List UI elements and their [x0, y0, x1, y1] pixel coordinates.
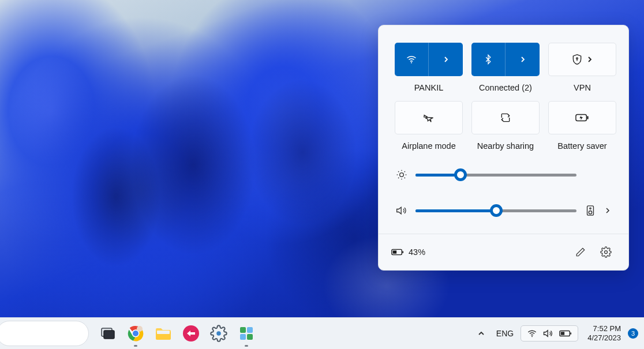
tile-airplane[interactable]	[395, 101, 463, 134]
notification-badge[interactable]: 3	[628, 328, 638, 339]
file-explorer-button[interactable]	[153, 324, 173, 343]
task-view-button[interactable]	[98, 324, 118, 343]
svg-point-1	[576, 58, 578, 59]
wifi-tray-icon	[527, 328, 537, 339]
svg-rect-20	[402, 251, 403, 253]
tile-bluetooth-label: Connected (2)	[479, 83, 532, 92]
svg-point-31	[216, 331, 221, 336]
tile-nearby[interactable]	[471, 101, 540, 134]
svg-point-0	[411, 62, 412, 63]
svg-marker-14	[397, 207, 402, 214]
svg-point-27	[137, 326, 143, 332]
battery-tray-icon	[559, 329, 572, 337]
svg-rect-29	[157, 331, 170, 334]
time-label: 7:52 PM	[587, 324, 621, 333]
svg-line-12	[398, 178, 399, 178]
audio-output-icon[interactable]	[585, 205, 596, 216]
wifi-icon	[395, 54, 428, 65]
clock-button[interactable]: 7:52 PM 4/27/2023	[583, 324, 626, 343]
svg-line-13	[405, 171, 405, 172]
quick-settings-footer: 43%	[379, 234, 628, 270]
tile-bluetooth[interactable]	[471, 43, 540, 76]
settings-button[interactable]	[596, 242, 616, 262]
tile-airplane-label: Airplane mode	[402, 141, 456, 151]
svg-rect-35	[247, 334, 253, 340]
nearby-share-icon	[500, 112, 511, 123]
tile-wifi-label: PANKIL	[414, 83, 444, 92]
pinned-app-1-button[interactable]	[181, 324, 201, 343]
chevron-right-icon[interactable]	[505, 43, 540, 76]
tile-vpn[interactable]	[548, 43, 616, 76]
vpn-icon	[571, 54, 593, 65]
volume-slider-row	[396, 204, 611, 217]
airplane-icon	[422, 112, 435, 123]
svg-point-21	[605, 251, 608, 254]
brightness-icon	[396, 169, 407, 181]
svg-line-8	[398, 171, 399, 172]
language-button[interactable]: ENG	[489, 329, 521, 338]
svg-point-17	[589, 211, 591, 213]
bluetooth-icon	[471, 54, 505, 65]
brightness-slider[interactable]	[415, 168, 576, 182]
svg-rect-33	[247, 327, 253, 333]
svg-rect-40	[570, 332, 571, 335]
volume-tray-icon	[543, 328, 553, 339]
svg-point-36	[531, 336, 533, 337]
pinned-app-2-button[interactable]	[237, 324, 256, 343]
svg-rect-34	[240, 334, 246, 340]
audio-output-chevron-icon[interactable]	[604, 207, 611, 215]
volume-slider[interactable]	[415, 204, 576, 217]
tray-overflow-button[interactable]	[473, 329, 489, 337]
svg-rect-4	[587, 116, 588, 119]
chevron-right-icon[interactable]	[428, 43, 463, 76]
system-tray-group[interactable]	[521, 325, 578, 342]
tile-vpn-label: VPN	[574, 83, 591, 92]
svg-rect-32	[240, 327, 246, 333]
volume-icon	[396, 205, 407, 216]
svg-line-9	[405, 178, 405, 178]
svg-rect-39	[561, 332, 564, 335]
svg-point-26	[133, 331, 138, 336]
tile-battery[interactable]	[548, 101, 616, 134]
taskbar: ENG 7:52 PM 4/27/2023 3	[0, 317, 644, 349]
date-label: 4/27/2023	[587, 333, 621, 343]
settings-app-button[interactable]	[209, 324, 229, 343]
battery-percent-label: 43%	[409, 247, 425, 257]
quick-settings-panel: PANKILConnected (2)VPNAirplane modeNearb…	[378, 25, 629, 271]
svg-point-16	[590, 208, 591, 209]
brightness-slider-row	[396, 168, 611, 182]
svg-marker-37	[544, 331, 548, 337]
edit-quick-settings-button[interactable]	[571, 242, 590, 262]
svg-rect-23	[104, 331, 114, 339]
chrome-app-button[interactable]	[126, 324, 145, 343]
svg-rect-19	[393, 250, 396, 254]
tile-nearby-label: Nearby sharing	[477, 141, 534, 151]
svg-point-5	[400, 173, 404, 177]
battery-saver-icon	[575, 113, 589, 122]
tile-wifi[interactable]	[395, 43, 463, 76]
tile-battery-label: Battery saver	[557, 141, 606, 151]
search-input[interactable]	[0, 321, 89, 346]
battery-status[interactable]: 43%	[391, 247, 425, 257]
